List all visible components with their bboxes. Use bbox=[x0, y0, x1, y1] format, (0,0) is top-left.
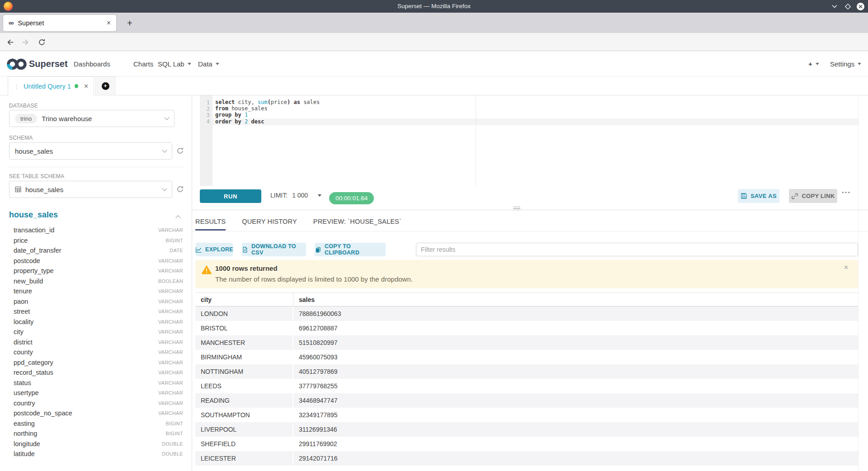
schema-column-row[interactable]: paonVARCHAR bbox=[0, 297, 192, 307]
schema-column-row[interactable]: countryVARCHAR bbox=[0, 398, 192, 409]
settings-menu[interactable]: Settings bbox=[830, 51, 861, 76]
schema-column-row[interactable]: statusVARCHAR bbox=[0, 378, 192, 388]
save-as-button[interactable]: SAVE AS bbox=[738, 189, 779, 203]
query-tab-title[interactable]: Untitled Query 1 bbox=[24, 83, 71, 90]
schema-column-row[interactable]: latitudeDOUBLE bbox=[0, 449, 192, 459]
table-row[interactable]: LIVERPOOL31126991346 bbox=[195, 422, 858, 437]
schema-column-row[interactable]: new_buildBOOLEAN bbox=[0, 276, 192, 287]
pane-resize-handle[interactable] bbox=[513, 206, 520, 211]
line-number: 3 bbox=[207, 112, 210, 118]
column-name: ppd_category bbox=[14, 359, 53, 366]
column-type: VARCHAR bbox=[158, 339, 183, 345]
column-name: new_build bbox=[14, 278, 43, 285]
copy-clipboard-button[interactable]: COPY TO CLIPBOARD bbox=[315, 243, 386, 256]
nav-item-data[interactable]: Data bbox=[198, 51, 219, 76]
table-row[interactable]: LONDON788861960063 bbox=[195, 306, 858, 321]
schema-column-row[interactable]: postcodeVARCHAR bbox=[0, 256, 192, 266]
schema-column-row[interactable]: usertypeVARCHAR bbox=[0, 388, 192, 398]
table-row[interactable]: SHEFFIELD29911769902 bbox=[195, 437, 858, 451]
column-name: latitude bbox=[14, 450, 35, 457]
query-tab-close-icon[interactable]: × bbox=[84, 83, 88, 90]
column-type: BIGINT bbox=[166, 431, 183, 436]
download-csv-button[interactable]: DOWNLOAD TO CSV bbox=[242, 243, 306, 256]
database-select[interactable]: trino Trino warehouse bbox=[9, 110, 175, 127]
browser-toolbar: 217.160.120.143:32393/superset/sqllab/ bbox=[0, 33, 868, 51]
table-row[interactable]: READING34468947747 bbox=[195, 393, 858, 408]
sql-lab-sidebar: DATABASE trino Trino warehouse SCHEMA ho… bbox=[0, 95, 192, 471]
table-row[interactable]: BIRMINGHAM45960075093 bbox=[195, 350, 858, 364]
explore-button[interactable]: EXPLORE bbox=[196, 243, 233, 256]
run-button[interactable]: RUN bbox=[200, 189, 261, 203]
column-type: VARCHAR bbox=[158, 309, 183, 314]
schema-refresh-button[interactable] bbox=[176, 147, 184, 155]
column-name: postcode bbox=[14, 257, 40, 264]
window-maximize-button[interactable] bbox=[844, 2, 852, 10]
schema-column-row[interactable]: countyVARCHAR bbox=[0, 347, 192, 358]
schema-column-row[interactable]: property_typeVARCHAR bbox=[0, 266, 192, 276]
table-refresh-button[interactable] bbox=[176, 185, 184, 193]
new-tab-button[interactable]: + bbox=[123, 16, 137, 30]
tab-query-history[interactable]: QUERY HISTORY bbox=[242, 218, 297, 231]
table-select[interactable]: house_sales bbox=[9, 181, 172, 198]
rows-returned-alert: 1000 rows returned The number of rows di… bbox=[195, 260, 858, 288]
schema-column-row[interactable]: longitudeDOUBLE bbox=[0, 439, 192, 449]
table-row[interactable]: LEICESTER29142071716 bbox=[195, 451, 858, 466]
line-number: 4 bbox=[207, 118, 210, 125]
database-label: DATABASE bbox=[9, 103, 38, 109]
table-row[interactable]: NOTTINGHAM40512797869 bbox=[195, 364, 858, 379]
superset-brand[interactable]: Superset bbox=[29, 51, 68, 76]
filter-results-input[interactable] bbox=[416, 243, 858, 256]
sql-editor[interactable]: select city, sum(price) as sales from ho… bbox=[215, 99, 320, 125]
schema-column-row[interactable]: date_of_transferDATE bbox=[0, 245, 192, 256]
schema-column-row[interactable]: priceBIGINT bbox=[0, 236, 192, 246]
table-row[interactable]: MANCHESTER51510820997 bbox=[195, 335, 858, 350]
table-row[interactable]: LEEDS37779768255 bbox=[195, 379, 858, 393]
back-button[interactable] bbox=[6, 38, 14, 47]
tab-close-icon[interactable]: × bbox=[107, 19, 111, 27]
browser-tab[interactable]: ∞ Superset × bbox=[3, 15, 116, 31]
table-row[interactable]: BRISTOL69612708887 bbox=[195, 321, 858, 335]
schema-select[interactable]: house_sales bbox=[9, 142, 172, 160]
window-minimize-button[interactable] bbox=[830, 2, 839, 10]
column-header-city[interactable]: city bbox=[195, 293, 293, 306]
schema-column-row[interactable]: record_statusVARCHAR bbox=[0, 367, 192, 378]
tab-preview[interactable]: PREVIEW: `HOUSE_SALES` bbox=[313, 218, 401, 231]
schema-column-row[interactable]: tenureVARCHAR bbox=[0, 286, 192, 297]
add-query-tab-button[interactable]: + bbox=[95, 76, 115, 95]
drag-handle-icon[interactable]: ⋮ bbox=[14, 83, 20, 89]
nav-item-charts[interactable]: Charts bbox=[133, 51, 153, 76]
collapse-chevron-icon[interactable] bbox=[175, 215, 180, 220]
schema-column-row[interactable]: northingBIGINT bbox=[0, 429, 192, 439]
nav-item-sql-lab[interactable]: SQL Lab bbox=[158, 51, 191, 76]
schema-column-row[interactable]: postcode_no_spaceVARCHAR bbox=[0, 408, 192, 419]
sidebar-divider bbox=[9, 167, 183, 167]
chevron-down-icon bbox=[162, 147, 167, 152]
column-name: street bbox=[14, 308, 30, 315]
schema-column-row[interactable]: ppd_categoryVARCHAR bbox=[0, 358, 192, 368]
link-icon bbox=[791, 193, 798, 200]
column-header-sales[interactable]: sales bbox=[293, 293, 858, 306]
schema-column-row[interactable]: districtVARCHAR bbox=[0, 337, 192, 348]
window-close-button[interactable] bbox=[857, 3, 864, 10]
clipboard-icon bbox=[315, 246, 321, 253]
alert-close-icon[interactable]: × bbox=[844, 264, 848, 272]
nav-item-dashboards[interactable]: Dashboards bbox=[74, 51, 110, 76]
add-new-button[interactable]: + bbox=[808, 51, 819, 76]
alert-title: 1000 rows returned bbox=[215, 264, 278, 272]
table-heading[interactable]: house_sales bbox=[9, 210, 58, 220]
column-name: longitude bbox=[14, 440, 40, 447]
table-row[interactable]: SOUTHAMPTON32349177895 bbox=[195, 408, 858, 422]
schema-column-row[interactable]: cityVARCHAR bbox=[0, 327, 192, 337]
code-line: select city, sum(price) as sales bbox=[215, 99, 320, 105]
query-tab[interactable]: ⋮ Untitled Query 1 × bbox=[8, 76, 94, 95]
more-options-button[interactable]: ··· bbox=[842, 188, 851, 197]
schema-column-row[interactable]: eastingBIGINT bbox=[0, 419, 192, 429]
tab-results[interactable]: RESULTS bbox=[195, 218, 226, 231]
schema-column-row[interactable]: localityVARCHAR bbox=[0, 317, 192, 327]
copy-link-button[interactable]: COPY LINK bbox=[789, 189, 837, 203]
schema-column-row[interactable]: transaction_idVARCHAR bbox=[0, 225, 192, 236]
reload-button[interactable] bbox=[38, 38, 46, 47]
limit-dropdown[interactable]: LIMIT: 1 000 bbox=[270, 188, 321, 202]
forward-button[interactable] bbox=[22, 38, 30, 47]
schema-column-row[interactable]: streetVARCHAR bbox=[0, 306, 192, 317]
